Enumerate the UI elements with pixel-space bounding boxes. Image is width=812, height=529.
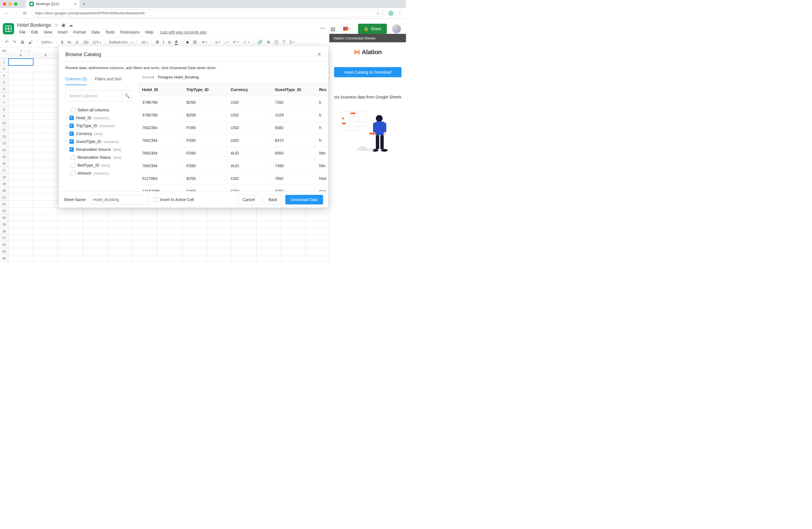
tab-filters-sort[interactable]: Filters and Sort <box>95 75 121 85</box>
grid-cell[interactable] <box>9 228 33 234</box>
grid-cell[interactable] <box>33 160 58 167</box>
browse-catalog-sidebar-button[interactable]: owse Catalog to Download <box>334 67 402 77</box>
grid-cell[interactable] <box>232 241 257 248</box>
row-header[interactable]: 13 <box>0 140 9 147</box>
percent-button[interactable]: % <box>66 39 73 46</box>
column-option-row[interactable]: BedType_ID (text) <box>66 161 132 169</box>
print-button[interactable]: 🖶 <box>19 39 26 46</box>
column-option-row[interactable]: Reservation Status (text) <box>66 153 132 161</box>
drag-handle-icon[interactable]: ⠿ <box>66 116 67 120</box>
row-header[interactable]: 20 <box>0 187 9 194</box>
grid-cell[interactable] <box>9 72 33 79</box>
grid-cell[interactable] <box>33 126 58 133</box>
grid-cell[interactable] <box>9 140 33 147</box>
grid-cell[interactable] <box>182 228 207 234</box>
drag-handle-icon[interactable]: ⠿ <box>66 132 67 135</box>
grid-cell[interactable] <box>306 248 331 255</box>
reload-button[interactable]: ⟳ <box>23 11 27 16</box>
row-header[interactable]: 14 <box>0 147 9 153</box>
grid-cell[interactable] <box>9 214 33 221</box>
vertical-align-button[interactable]: ↓ <box>222 39 231 46</box>
grid-cell[interactable] <box>281 221 306 228</box>
font-size-selector[interactable]: 10 <box>140 40 149 44</box>
download-data-button[interactable]: Download Data <box>285 195 323 204</box>
row-header[interactable]: 19 <box>0 181 9 187</box>
column-checkbox[interactable] <box>71 171 75 175</box>
grid-cell[interactable] <box>58 255 83 262</box>
grid-cell[interactable] <box>132 248 157 255</box>
grid-cell[interactable] <box>9 160 33 167</box>
grid-cell[interactable] <box>182 214 207 221</box>
grid-cell[interactable] <box>281 214 306 221</box>
grid-cell[interactable] <box>9 221 33 228</box>
drag-handle-icon[interactable]: ⠿ <box>66 140 67 144</box>
grid-cell[interactable] <box>9 248 33 255</box>
grid-cell[interactable] <box>9 147 33 153</box>
address-bar[interactable]: https://docs.google.com/spreadsheets/97f… <box>31 9 383 17</box>
row-header[interactable]: 23 <box>0 208 9 214</box>
select-all-row[interactable]: Select all columns <box>66 106 132 114</box>
grid-cell[interactable] <box>9 241 33 248</box>
row-header[interactable]: 1 <box>0 59 9 66</box>
row-header[interactable]: 10 <box>0 119 9 126</box>
grid-cell[interactable] <box>281 248 306 255</box>
grid-cell[interactable] <box>132 255 157 262</box>
grid-corner[interactable] <box>0 52 9 59</box>
sheet-name-input[interactable] <box>90 195 149 204</box>
grid-cell[interactable] <box>232 255 257 262</box>
grid-cell[interactable] <box>157 221 182 228</box>
row-header[interactable]: 8 <box>0 106 9 113</box>
meet-button[interactable]: ▾ <box>340 24 353 33</box>
fill-color-button[interactable]: ◆ <box>184 38 191 46</box>
user-avatar[interactable] <box>392 24 401 33</box>
grid-cell[interactable] <box>306 228 331 234</box>
grid-cell[interactable] <box>108 241 132 248</box>
last-edit-link[interactable]: Last edit was seconds ago <box>160 29 207 35</box>
grid-cell[interactable] <box>9 66 33 72</box>
borders-button[interactable]: ⊞ <box>191 38 199 46</box>
column-option-row[interactable]: ⠿ Currency (text) <box>66 130 132 138</box>
grid-cell[interactable] <box>108 255 132 262</box>
font-selector[interactable]: Default (Ari... <box>107 40 135 44</box>
grid-cell[interactable] <box>33 86 58 92</box>
grid-cell[interactable] <box>157 255 182 262</box>
merge-cells-button[interactable]: ⇥ <box>199 38 209 46</box>
grid-cell[interactable] <box>9 194 33 201</box>
row-header[interactable]: 17 <box>0 167 9 174</box>
search-columns-input[interactable] <box>66 90 122 101</box>
grid-cell[interactable] <box>33 59 58 66</box>
row-header[interactable]: 18 <box>0 174 9 181</box>
paint-format-button[interactable]: 🖌 <box>27 39 34 46</box>
close-window-button[interactable] <box>3 2 6 6</box>
column-checkbox[interactable] <box>69 124 74 128</box>
row-header[interactable]: 21 <box>0 194 9 201</box>
browser-tab[interactable]: Bookings Q122 × <box>26 0 79 8</box>
text-rotation-button[interactable]: ⤢ <box>241 38 251 46</box>
undo-button[interactable]: ↶ <box>3 38 11 46</box>
grid-cell[interactable] <box>207 214 232 221</box>
grid-cell[interactable] <box>132 208 157 214</box>
grid-cell[interactable] <box>58 208 83 214</box>
grid-cell[interactable] <box>9 234 33 241</box>
text-color-button[interactable]: A <box>173 38 179 46</box>
grid-cell[interactable] <box>9 201 33 208</box>
grid-cell[interactable] <box>132 241 157 248</box>
grid-cell[interactable] <box>132 214 157 221</box>
row-header[interactable]: 25 <box>0 221 9 228</box>
grid-cell[interactable] <box>108 234 132 241</box>
grid-cell[interactable] <box>9 113 33 119</box>
grid-cell[interactable] <box>33 119 58 126</box>
italic-button[interactable]: I <box>161 39 166 46</box>
grid-cell[interactable] <box>157 208 182 214</box>
grid-cell[interactable] <box>58 234 83 241</box>
grid-cell[interactable] <box>306 208 331 214</box>
grid-cell[interactable] <box>281 255 306 262</box>
grid-cell[interactable] <box>9 99 33 106</box>
new-tab-button[interactable]: + <box>82 1 85 7</box>
grid-cell[interactable] <box>33 99 58 106</box>
row-header[interactable]: 28 <box>0 241 9 248</box>
grid-cell[interactable] <box>281 234 306 241</box>
grid-cell[interactable] <box>83 248 108 255</box>
grid-cell[interactable] <box>257 228 281 234</box>
strikethrough-button[interactable]: S <box>166 39 173 46</box>
